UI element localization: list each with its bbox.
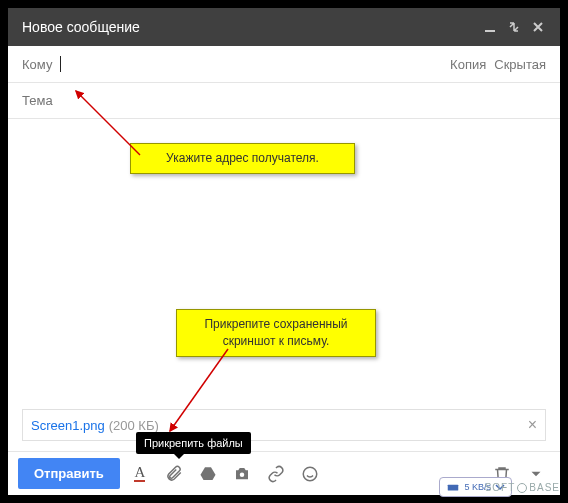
attachment-chip: Screen1.png (200 КБ) × [22,409,546,441]
svg-point-3 [240,472,245,477]
attachment-remove-icon[interactable]: × [528,416,537,434]
attach-file-icon[interactable] [160,460,188,488]
drive-icon[interactable] [194,460,222,488]
attachment-name[interactable]: Screen1.png [31,418,105,433]
close-icon[interactable] [530,19,546,35]
message-body[interactable]: Укажите адрес получателя. Прикрепите сох… [8,119,560,409]
watermark: SOFT BASE [485,482,560,493]
camera-icon[interactable] [228,460,256,488]
svg-point-4 [303,467,317,481]
expand-icon[interactable] [506,19,522,35]
to-label: Кому [22,57,52,72]
callout-recipient: Укажите адрес получателя. [130,143,355,174]
to-input[interactable] [61,57,442,72]
recipients-row: Кому Копия Скрытая [8,46,560,83]
network-icon [446,480,460,494]
watermark-circle-icon [517,483,527,493]
compose-window: Новое сообщение Кому Копия Скрытая Укажи… [8,8,560,495]
format-icon[interactable]: A [126,460,154,488]
attach-tooltip: Прикрепить файлы [136,432,251,454]
cc-link[interactable]: Копия [450,57,486,72]
send-button[interactable]: Отправить [18,458,120,489]
minimize-icon[interactable] [482,19,498,35]
callout-attach: Прикрепите сохраненный скриншот к письму… [176,309,376,357]
titlebar: Новое сообщение [8,8,560,46]
attachment-size: (200 КБ) [109,418,159,433]
window-title: Новое сообщение [22,19,474,35]
emoji-icon[interactable] [296,460,324,488]
bcc-link[interactable]: Скрытая [494,57,546,72]
subject-input[interactable] [22,93,546,108]
svg-rect-5 [448,485,459,491]
link-icon[interactable] [262,460,290,488]
subject-row [8,83,560,119]
